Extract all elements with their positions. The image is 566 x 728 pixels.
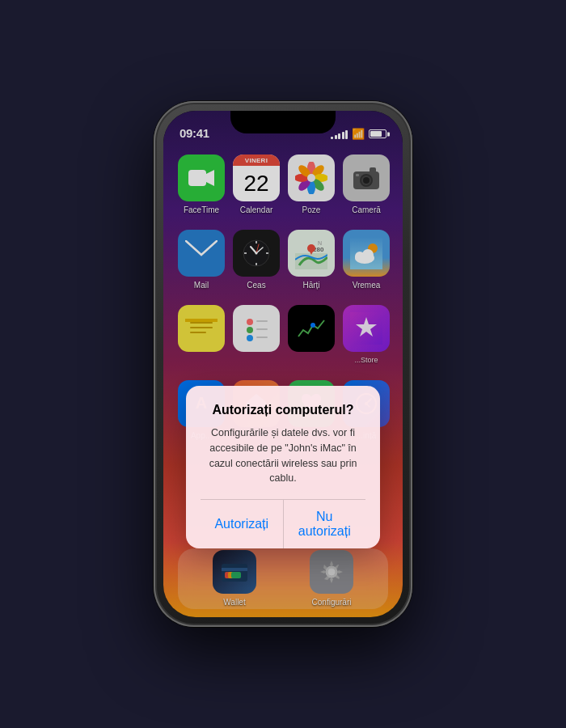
dialog-overlay: Autorizați computerul? Configurările și … (163, 111, 403, 617)
dialog-title: Autorizați computerul? (201, 402, 365, 419)
phone-screen: 09:41 📶 (163, 111, 403, 617)
dont-trust-button[interactable]: Nu autorizați (284, 500, 366, 548)
dialog-box: Autorizați computerul? Configurările și … (186, 386, 380, 548)
dialog-message: Configurările și datele dvs. vor fi acce… (201, 425, 365, 486)
trust-button[interactable]: Autorizați (201, 500, 284, 548)
phone-outer: 09:41 📶 (154, 101, 412, 627)
dialog-buttons: Autorizați Nu autorizați (201, 499, 365, 548)
